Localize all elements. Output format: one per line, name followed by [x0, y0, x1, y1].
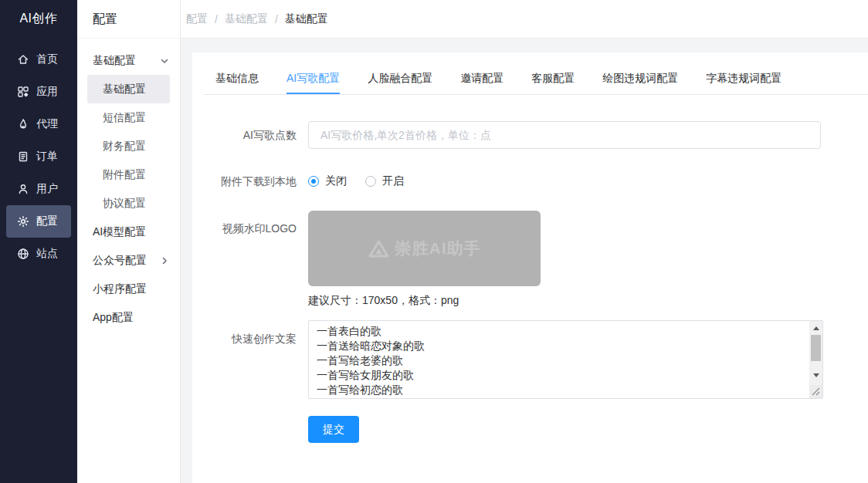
tab-basic-info[interactable]: 基础信息: [215, 63, 259, 94]
watermark-size-hint: 建议尺寸：170x50，格式：png: [308, 292, 541, 308]
config-card: 基础信息 AI写歌配置 人脸融合配置 邀请配置 客服配置 绘图违规词配置 字幕违…: [192, 52, 868, 483]
form-row-watermark: 视频水印LOGO 崇胜AI助手 建议尺寸：170x50，格式：png: [204, 211, 868, 308]
menu-item-label: 基础配置: [103, 83, 146, 96]
secondary-nav: 基础配置 基础配置 短信配置 财务配置 附件配置 协议配置 AI模型配置: [77, 39, 180, 332]
breadcrumb-separator: /: [215, 13, 218, 25]
menu-item-label: 公众号配置: [93, 254, 147, 268]
chevron-right-icon: [160, 256, 169, 265]
main-area: 配置 / 基础配置 / 基础配置 基础信息 AI写歌配置 人脸融合配置 邀请配置…: [181, 0, 868, 483]
sidebar-item-apps[interactable]: 应用: [6, 76, 71, 108]
menu-item-basic-config[interactable]: 基础配置: [87, 75, 170, 103]
sidebar-item-agent[interactable]: 代理: [6, 108, 71, 140]
breadcrumb-item[interactable]: 配置: [186, 12, 208, 26]
textarea-scrollbar[interactable]: [809, 321, 822, 398]
apps-icon: [17, 86, 29, 98]
app-logo: AI创作: [0, 0, 77, 37]
sidebar-item-label: 首页: [36, 52, 58, 66]
sidebar-item-site[interactable]: 站点: [6, 238, 71, 270]
top-bar: 配置 / 基础配置 / 基础配置: [181, 0, 868, 39]
tab-subtitle-banned-words-config[interactable]: 字幕违规词配置: [706, 63, 782, 94]
secondary-sidebar-title: 配置: [77, 0, 180, 39]
breadcrumb-item-current: 基础配置: [285, 12, 328, 26]
form-row-quick-copy: 快速创作文案 一首表白的歌 一首送给暗恋对象的歌 一首写给老婆的歌 一首写给女朋…: [204, 320, 868, 399]
menu-item-mini-program-config[interactable]: 小程序配置: [77, 275, 180, 303]
menu-item-ai-model-config[interactable]: AI模型配置: [77, 218, 180, 246]
tab-invite-config[interactable]: 邀请配置: [460, 63, 504, 94]
sidebar-item-users[interactable]: 用户: [6, 173, 71, 205]
radio-dot-icon: [308, 176, 319, 187]
sidebar-item-home[interactable]: 首页: [6, 43, 71, 76]
breadcrumb-separator: /: [275, 13, 278, 25]
secondary-sidebar: 配置 基础配置 基础配置 短信配置 财务配置 附件配置 协议配置: [77, 0, 181, 483]
radio-open[interactable]: 开启: [365, 174, 404, 188]
order-icon: [17, 150, 29, 163]
config-form: AI写歌点数 附件下载到本地 关闭 开启: [204, 95, 868, 443]
watermark-upload-box[interactable]: 崇胜AI助手: [308, 211, 541, 286]
app-root: AI创作 首页 应用 代理: [0, 0, 868, 483]
sidebar-item-config[interactable]: 配置: [6, 205, 71, 238]
flame-icon: [17, 118, 29, 130]
menu-item-sms-config[interactable]: 短信配置: [87, 103, 170, 132]
menu-item-label: AI模型配置: [93, 225, 146, 239]
user-icon: [17, 183, 29, 195]
form-row-attachment-download: 附件下载到本地 关闭 开启: [204, 172, 868, 191]
radio-close[interactable]: 关闭: [308, 174, 347, 188]
attachment-download-label: 附件下载到本地: [204, 172, 297, 191]
scroll-up-icon[interactable]: [809, 322, 822, 335]
quick-copy-label: 快速创作文案: [204, 320, 297, 346]
gear-icon: [17, 215, 29, 228]
watermark-upload-wrap: 崇胜AI助手 建议尺寸：170x50，格式：png: [308, 211, 541, 308]
menu-item-label: App配置: [93, 311, 134, 325]
menu-item-app-config[interactable]: App配置: [77, 303, 180, 332]
sidebar-item-label: 配置: [36, 214, 58, 228]
menu-item-label: 财务配置: [103, 140, 146, 154]
tab-customer-service-config[interactable]: 客服配置: [531, 63, 575, 94]
menu-group-label: 基础配置: [93, 54, 136, 68]
watermark-label: 视频水印LOGO: [204, 211, 297, 236]
tab-face-fusion-config[interactable]: 人脸融合配置: [368, 63, 432, 94]
sidebar-item-label: 应用: [36, 85, 58, 99]
menu-item-label: 短信配置: [103, 111, 146, 125]
song-points-input[interactable]: [308, 121, 821, 149]
song-points-label: AI写歌点数: [204, 121, 297, 149]
radio-dot-icon: [365, 176, 376, 187]
menu-item-attachment-config[interactable]: 附件配置: [87, 160, 170, 189]
menu-item-label: 小程序配置: [93, 282, 147, 296]
sidebar-item-label: 代理: [36, 117, 58, 131]
menu-item-label: 附件配置: [103, 168, 146, 182]
scrollbar-thumb[interactable]: [811, 335, 821, 361]
radio-label: 关闭: [325, 174, 347, 188]
resize-grip-icon[interactable]: [809, 385, 822, 398]
menu-item-official-account-config[interactable]: 公众号配置: [77, 246, 180, 275]
content-area: 基础信息 AI写歌配置 人脸融合配置 邀请配置 客服配置 绘图违规词配置 字幕违…: [181, 39, 868, 483]
attachment-download-radio-group: 关闭 开启: [308, 172, 404, 191]
breadcrumb-item[interactable]: 基础配置: [225, 12, 268, 26]
breadcrumb: 配置 / 基础配置 / 基础配置: [186, 12, 328, 26]
quick-copy-textarea[interactable]: 一首表白的歌 一首送给暗恋对象的歌 一首写给老婆的歌 一首写给女朋友的歌 一首写…: [308, 320, 823, 399]
chevron-down-icon: [160, 56, 169, 66]
triangle-logo-icon: [368, 240, 389, 258]
menu-item-label: 协议配置: [103, 197, 146, 211]
submit-button[interactable]: 提交: [308, 416, 359, 443]
sidebar-item-label: 用户: [36, 182, 58, 196]
tab-drawing-banned-words-config[interactable]: 绘图违规词配置: [602, 63, 678, 94]
watermark-logo-text: 崇胜AI助手: [395, 238, 481, 259]
form-row-song-points: AI写歌点数: [204, 121, 868, 149]
sidebar-item-label: 站点: [36, 247, 58, 261]
tab-bar: 基础信息 AI写歌配置 人脸融合配置 邀请配置 客服配置 绘图违规词配置 字幕违…: [204, 63, 868, 95]
home-icon: [17, 53, 29, 66]
sidebar-item-orders[interactable]: 订单: [6, 140, 71, 173]
radio-label: 开启: [382, 174, 404, 188]
primary-sidebar: AI创作 首页 应用 代理: [0, 0, 77, 483]
menu-item-finance-config[interactable]: 财务配置: [87, 132, 170, 160]
sidebar-item-label: 订单: [36, 150, 58, 164]
form-row-submit: 提交: [204, 416, 868, 443]
menu-item-agreement-config[interactable]: 协议配置: [87, 189, 170, 218]
tab-ai-song-config[interactable]: AI写歌配置: [287, 63, 340, 94]
quick-copy-text: 一首表白的歌 一首送给暗恋对象的歌 一首写给老婆的歌 一首写给女朋友的歌 一首写…: [309, 321, 809, 398]
globe-icon: [17, 248, 29, 260]
scroll-down-icon[interactable]: [809, 369, 822, 382]
menu-group-basic-config[interactable]: 基础配置: [77, 46, 180, 75]
primary-nav: 首页 应用 代理 订单: [0, 37, 77, 270]
